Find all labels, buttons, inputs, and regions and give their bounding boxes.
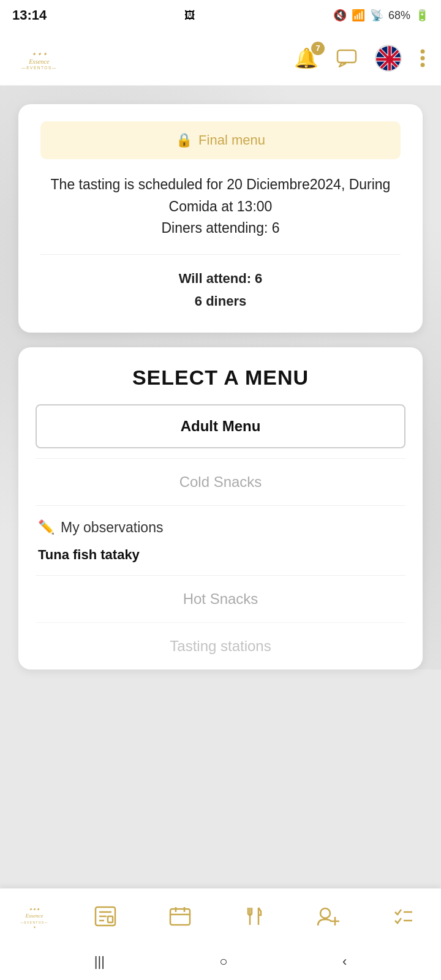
bottom-logo-icon: ✦✦✦ Essence —EVENTOS— ✦ [13, 901, 56, 932]
message-icon [336, 47, 358, 69]
svg-rect-3 [337, 50, 356, 62]
svg-text:✦ ✦ ✦: ✦ ✦ ✦ [32, 51, 48, 57]
main-content: 🔒 Final menu The tasting is scheduled fo… [0, 86, 441, 669]
adult-menu-button[interactable]: Adult Menu [36, 404, 405, 448]
gesture-bar: ||| ○ ‹ [0, 943, 441, 980]
uk-flag-icon [375, 45, 402, 72]
final-menu-label: Final menu [198, 132, 265, 148]
svg-point-32 [320, 908, 330, 918]
battery-icon: 🔋 [415, 9, 429, 22]
logo-area[interactable]: ✦ ✦ ✦ Essence —EVENTOS— [15, 40, 64, 77]
fork-knife-icon [244, 905, 266, 927]
recents-gesture[interactable]: ‹ [342, 954, 347, 970]
status-bar: 13:14 🖼 🔇 📶 📡 68% 🔋 [0, 0, 441, 31]
back-gesture[interactable]: ||| [94, 954, 105, 970]
tasting-info: The tasting is scheduled for 20 Diciembr… [40, 174, 401, 239]
top-nav: ✦ ✦ ✦ Essence —EVENTOS— 🔔 7 [0, 31, 441, 86]
add-guest-icon [317, 906, 341, 927]
messages-button[interactable] [336, 47, 358, 69]
svg-text:Essence: Essence [24, 913, 43, 919]
bottom-nav-add-guest[interactable] [304, 906, 353, 927]
status-icons: 🔇 📶 📡 68% 🔋 [333, 9, 429, 22]
cold-snacks-section[interactable]: Cold Snacks [36, 459, 405, 506]
bottom-nav-news[interactable] [81, 906, 130, 927]
language-button[interactable] [375, 45, 402, 72]
svg-rect-25 [108, 916, 113, 922]
news-icon [94, 906, 116, 927]
bottom-nav-menu[interactable] [230, 905, 279, 927]
camera-status-icon: 🖼 [184, 9, 195, 22]
essence-logo: ✦ ✦ ✦ Essence —EVENTOS— [15, 40, 64, 77]
divider [40, 254, 401, 255]
observations-label: My observations [61, 519, 163, 536]
notification-badge: 7 [311, 42, 325, 55]
more-options-button[interactable] [419, 47, 426, 69]
status-time: 13:14 [12, 7, 47, 23]
attendance-info: Will attend: 6 6 diners [40, 267, 401, 313]
bottom-nav-logo[interactable]: ✦✦✦ Essence —EVENTOS— ✦ [13, 901, 56, 932]
bottom-nav-calendar[interactable] [156, 906, 205, 927]
more-dots-icon [419, 47, 426, 69]
bottom-nav: ✦✦✦ Essence —EVENTOS— ✦ [0, 888, 441, 943]
will-attend: Will attend: 6 [40, 267, 401, 290]
calendar-icon [169, 906, 191, 927]
svg-text:—EVENTOS—: —EVENTOS— [21, 66, 57, 70]
svg-text:—EVENTOS—: —EVENTOS— [20, 921, 48, 924]
info-card: 🔒 Final menu The tasting is scheduled fo… [18, 104, 423, 333]
observations-row: ✏️ My observations [36, 506, 405, 542]
hot-snacks-section[interactable]: Hot Snacks [36, 576, 405, 622]
svg-text:✦: ✦ [32, 925, 36, 929]
battery-text: 68% [388, 9, 410, 22]
tasting-stations-section[interactable]: Tasting stations [36, 622, 405, 669]
home-gesture[interactable]: ○ [219, 954, 227, 970]
select-menu-title: SELECT A MENU [36, 366, 405, 390]
final-menu-banner: 🔒 Final menu [40, 121, 401, 159]
bottom-nav-checklist[interactable] [379, 906, 428, 927]
checklist-icon [393, 906, 415, 927]
svg-rect-26 [170, 909, 190, 925]
svg-point-15 [421, 56, 425, 60]
edit-icon: ✏️ [38, 519, 55, 535]
signal-icon: 📡 [370, 9, 383, 22]
menu-card: SELECT A MENU Adult Menu Cold Snacks ✏️ … [18, 347, 423, 669]
notification-button[interactable]: 🔔 7 [294, 47, 318, 70]
svg-text:✦✦✦: ✦✦✦ [29, 907, 40, 911]
dish-name: Tuna fish tataky [36, 542, 405, 575]
wifi-icon: 📶 [352, 9, 365, 22]
mute-icon: 🔇 [333, 9, 347, 22]
nav-icons: 🔔 7 [294, 45, 426, 72]
diners-count: 6 diners [40, 290, 401, 312]
lock-icon: 🔒 [176, 132, 192, 148]
svg-text:Essence: Essence [28, 58, 50, 64]
svg-point-16 [421, 62, 425, 67]
svg-point-14 [421, 49, 425, 53]
